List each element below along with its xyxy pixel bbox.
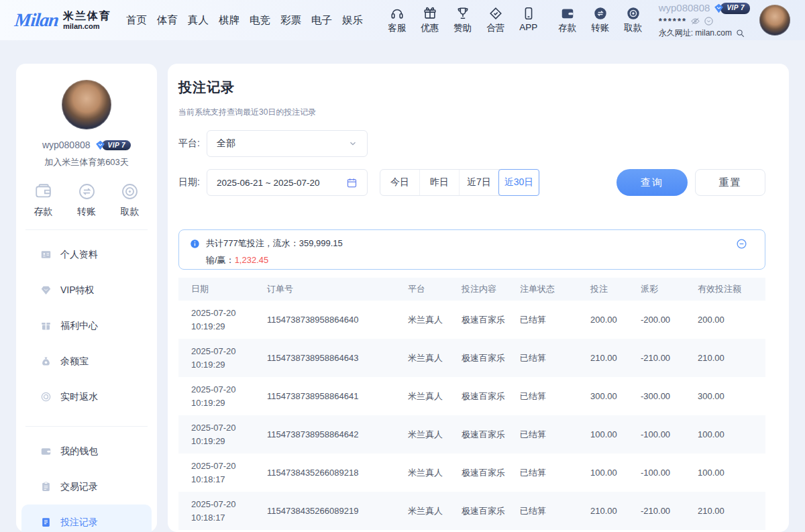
sidebar-item-rebate[interactable]: 实时返水 [16,379,157,415]
bet-status: 已结算 [520,301,590,339]
valid-bet-amount: 300.00 [698,377,765,415]
col-platform: 平台 [408,278,462,301]
sidebar-item-wallet[interactable]: 我的钱包 [16,433,157,469]
platform-select[interactable]: 全部 [207,130,368,157]
sidebar-item-profile[interactable]: 个人资料 [16,237,157,272]
deposit-icon [560,6,575,21]
platform-name: 米兰真人 [408,377,462,415]
quick-link-label: 赞助 [453,22,472,34]
deposit-link[interactable]: 存款 [554,6,581,34]
partnership-link[interactable]: 合营 [482,6,509,34]
reset-button[interactable]: 重置 [695,169,765,196]
bet-date: 2025-07-20 [191,345,267,358]
table-row: 2025-07-2010:18:17 1154738435266089218 米… [178,454,765,492]
eye-off-icon[interactable] [690,16,700,26]
vip-diamond-icon [95,140,106,151]
platform-name: 米兰真人 [408,301,462,339]
info-icon [190,239,200,249]
moneybag-icon [40,356,52,367]
nav-item-home[interactable]: 首页 [126,13,147,28]
date-quick-ranges: 今日 昨日 近7日 近30日 [380,169,539,196]
nav-item-live[interactable]: 真人 [188,13,209,28]
summary-totals: 共计777笔投注，流水：359,999.15 [206,237,343,250]
transfer-icon [593,6,608,21]
bet-status: 已结算 [520,492,590,530]
order-number: 1154738738958864640 [267,301,408,339]
bet-date: 2025-07-20 [191,383,267,396]
range-today-button[interactable]: 今日 [380,170,420,195]
quick-action-label: 转账 [77,206,96,218]
table-row: 2025-07-2010:18:17 1154738435266089219 米… [178,492,765,530]
bet-date: 2025-07-20 [191,307,267,320]
vip-badge: VIP 7 [95,140,131,150]
bet-content: 极速百家乐 [462,454,520,492]
nav-item-sports[interactable]: 体育 [157,13,178,28]
transfer-icon [77,182,97,201]
platform-selected-value: 全部 [217,138,235,150]
sidebar-item-yuebao[interactable]: 余额宝 [16,343,157,379]
quick-action-label: 取款 [121,206,140,218]
header-wallet-links: 存款 转账 取款 [554,6,647,34]
bet-content: 极速百家乐 [462,492,520,530]
header-quick-links: 客服 优惠 赞助 合营 APP [384,6,542,34]
withdraw-action[interactable]: 取款 [120,182,140,218]
app-download-link[interactable]: APP [515,6,542,34]
withdraw-icon [626,6,641,21]
col-content: 投注内容 [462,278,520,301]
avatar[interactable] [759,5,790,36]
sidebar-item-transactions[interactable]: 交易记录 [16,469,157,504]
transfer-link[interactable]: 转账 [587,6,614,34]
calendar-icon [346,177,358,189]
platform-label: 平台: [178,138,207,150]
valid-bet-amount: 100.00 [698,454,765,492]
sidebar-item-bet-records[interactable]: 投注记录 [21,504,152,532]
wallet-link-label: 存款 [558,22,576,34]
bet-amount: 100.00 [590,454,641,492]
nav-item-entertainment[interactable]: 娱乐 [342,13,363,28]
avatar[interactable] [62,80,111,129]
sidebar-item-label: 实时返水 [60,391,98,403]
collapse-icon[interactable] [736,238,747,250]
valid-bet-amount: 210.00 [698,492,765,530]
vip-level-label: VIP 7 [720,3,750,14]
range-30days-button[interactable]: 近30日 [498,169,539,196]
withdraw-icon [120,182,140,201]
bet-time: 10:18:17 [191,511,267,525]
quick-link-label: APP [519,22,537,32]
logo-script-text: Milan [13,9,59,31]
site-logo[interactable]: Milan 米兰体育 milan.com [15,9,111,31]
nav-item-slots[interactable]: 电子 [311,13,332,28]
deposit-action[interactable]: 存款 [34,182,53,218]
sidebar-item-welfare[interactable]: 福利中心 [16,308,157,343]
vip-badge: VIP 7 [713,3,750,13]
customer-service-link[interactable]: 客服 [384,6,411,34]
withdraw-link[interactable]: 取款 [620,6,647,34]
platform-name: 米兰真人 [408,454,462,492]
bet-amount: 100.00 [590,415,641,454]
bet-content: 极速百家乐 [462,377,520,415]
promotions-link[interactable]: 优惠 [417,6,443,34]
sidebar-menu-secondary: 我的钱包 交易记录 投注记录 [16,433,157,532]
bet-time: 10:19:29 [191,435,267,448]
bet-date: 2025-07-20 [191,421,267,435]
transfer-action[interactable]: 转账 [77,182,97,218]
sponsorship-link[interactable]: 赞助 [449,6,476,34]
sidebar-item-vip[interactable]: VIP特权 [16,272,157,308]
search-icon[interactable] [735,28,745,38]
nav-item-esports[interactable]: 电竞 [250,13,270,28]
main-nav: 首页 体育 真人 棋牌 电竞 彩票 电子 娱乐 [126,13,363,28]
table-row: 2025-07-2010:19:29 1154738738958864642 米… [178,415,765,454]
nav-item-lottery[interactable]: 彩票 [280,13,301,28]
date-range-value: 2025-06-21 ~ 2025-07-20 [217,178,320,188]
query-button[interactable]: 查询 [616,169,688,196]
range-7days-button[interactable]: 近7日 [460,170,499,195]
nav-item-cards[interactable]: 棋牌 [219,13,239,28]
chevron-down-circle-icon[interactable] [704,16,714,26]
range-yesterday-button[interactable]: 昨日 [420,170,460,195]
bet-date: 2025-07-20 [191,460,267,473]
bet-time: 10:19:29 [191,320,267,333]
bet-time: 10:19:29 [191,396,267,410]
logo-cn-name: 米兰体育 [63,11,111,21]
platform-name: 米兰真人 [408,415,462,454]
date-range-input[interactable]: 2025-06-21 ~ 2025-07-20 [207,169,368,196]
